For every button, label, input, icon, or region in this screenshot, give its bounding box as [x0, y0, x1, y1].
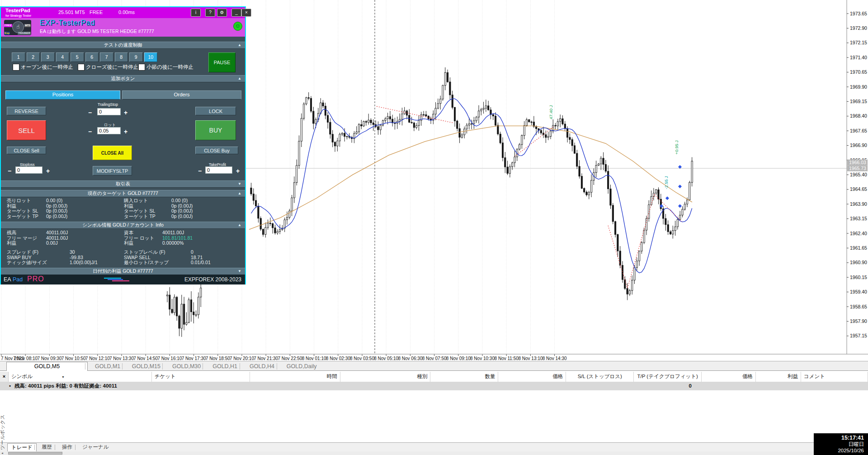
lot-input[interactable] [97, 127, 121, 134]
collapse-down-icon[interactable]: ▼ [238, 268, 241, 274]
column-header[interactable]: 時間 [250, 372, 340, 382]
stoploss-input[interactable] [15, 166, 42, 174]
status-bullet: • [9, 382, 11, 390]
help-icon[interactable]: ? [205, 9, 215, 17]
svg-text:1965.73: 1965.73 [849, 166, 866, 171]
close-buy-button[interactable]: CLOSE Buy [195, 147, 238, 154]
svg-text:1959.40: 1959.40 [850, 289, 867, 294]
speed-button-3[interactable]: 3 [41, 52, 55, 62]
svg-text:1957.15: 1957.15 [850, 333, 867, 338]
svg-text:1969.15: 1969.15 [850, 99, 867, 104]
bottom-tab-2[interactable]: 操作 [58, 443, 76, 451]
toolbox-close-icon[interactable]: × [0, 372, 9, 382]
clock-day: 日曜日 [814, 441, 864, 448]
reverse-button[interactable]: REVERSE [7, 107, 46, 115]
section-trades-table[interactable]: 取引表▼ [1, 180, 245, 188]
close-icon[interactable]: × [241, 9, 251, 17]
section-speed-control[interactable]: テストの速度制御▲ [1, 42, 245, 49]
checkbox-icon[interactable] [78, 64, 85, 71]
stoploss-minus[interactable]: − [8, 168, 11, 174]
checkbox-icon[interactable] [138, 64, 145, 71]
column-header[interactable]: 利益 [756, 372, 801, 382]
trailingstop-minus[interactable]: − [88, 109, 92, 116]
buy-button[interactable]: BUY [195, 120, 236, 140]
chart-tab-goldm5[interactable]: GOLD,M5 [6, 362, 88, 371]
section-extra-buttons[interactable]: 追加ボタン▲ [1, 75, 245, 82]
dropdown-icon[interactable]: ▼ [61, 375, 65, 379]
stoploss-plus[interactable]: + [46, 168, 50, 174]
trailingstop-input[interactable] [97, 108, 121, 115]
minimize-icon[interactable]: _ [231, 9, 241, 17]
svg-text:7 Nov 22:50: 7 Nov 22:50 [278, 356, 302, 361]
chart-tab-goldm30[interactable]: GOLD,M30 [168, 362, 205, 371]
bottom-tab-3[interactable]: ジャーナル [79, 443, 113, 451]
chart-tab-goldh1[interactable]: GOLD,H1 [208, 362, 242, 371]
sell-button[interactable]: SELL [7, 120, 46, 140]
svg-text:1970.65: 1970.65 [850, 69, 867, 75]
tab-positions[interactable]: Positions [5, 90, 120, 100]
panel-titlebar[interactable]: TesterPad for Strategy Tester 25.501 MT5… [1, 7, 245, 18]
speed-button-9[interactable]: 9 [129, 52, 143, 62]
chart-tab-goldh4[interactable]: GOLD,H4 [245, 362, 279, 371]
collapse-down-icon[interactable]: ▼ [238, 181, 241, 187]
section-current-target[interactable]: 現在のターゲット GOLD #77777▲ [1, 190, 245, 197]
trailingstop-plus[interactable]: + [124, 109, 127, 116]
speed-button-4[interactable]: 4 [56, 52, 70, 62]
svg-text:7 Nov 08:10: 7 Nov 08:10 [13, 356, 38, 361]
scrollbar-thumb[interactable] [8, 452, 62, 455]
collapse-up-icon[interactable]: ▲ [238, 42, 241, 48]
takeprofit-input[interactable] [205, 166, 232, 174]
column-header[interactable]: 価格 [702, 372, 756, 382]
column-header[interactable]: コメント [801, 372, 868, 382]
speed-button-10[interactable]: 10 [144, 52, 158, 62]
section-symbol-info[interactable]: シンボル情報 GOLD / アカウント Info▲ [1, 222, 245, 229]
takeprofit-plus[interactable]: + [236, 168, 240, 174]
bottom-tab-0[interactable]: トレード [7, 443, 37, 452]
section-daily-profit[interactable]: 日付別の利益 GOLD #77777▼ [1, 268, 245, 275]
collapse-up-icon[interactable]: ▲ [238, 222, 241, 228]
speed-button-7[interactable]: 7 [100, 52, 113, 62]
target-row: 売りロット0.00 (0)購入ロット0.00 (0) [1, 198, 245, 203]
close-sell-button[interactable]: CLOSE Sell [7, 147, 46, 154]
speed-button-2[interactable]: 2 [27, 52, 40, 62]
chart-tab-goldm15[interactable]: GOLD,M15 [127, 362, 165, 371]
close-all-button[interactable]: CLOSE All [93, 146, 132, 160]
speed-button-1[interactable]: 1 [12, 52, 25, 62]
column-header[interactable]: 数量 [430, 372, 498, 382]
chart-tab-goldm1[interactable]: GOLD,M1 [90, 362, 125, 371]
column-header[interactable]: 種別 [340, 372, 431, 382]
svg-text:7 Nov 14:50: 7 Nov 14:50 [133, 356, 158, 361]
mt5-window: 7 Nov 20237 Nov 08:107 Nov 09:307 Nov 10… [0, 0, 868, 455]
column-header[interactable]: チケット [152, 372, 250, 382]
collapse-up-icon[interactable]: ▲ [238, 190, 241, 196]
takeprofit-minus[interactable]: − [198, 168, 202, 174]
svg-text:+0.95 J: +0.95 J [674, 140, 679, 155]
tab-separator [162, 363, 163, 370]
tab-separator [277, 363, 277, 370]
speed-button-8[interactable]: 8 [115, 52, 128, 62]
collapse-up-icon[interactable]: ▲ [238, 76, 241, 81]
checkbox-icon[interactable] [13, 64, 19, 71]
tools-icon[interactable]: ⚙ [217, 9, 227, 17]
ea-title: EXP-TesterPad [40, 19, 95, 27]
lot-minus[interactable]: − [88, 128, 92, 135]
bottom-tab-1[interactable]: 履歴 [38, 443, 56, 451]
column-header[interactable]: シンボル ▼ [9, 372, 152, 382]
column-header[interactable]: T/P (テイクプロフィット) [634, 372, 702, 382]
speed-button-5[interactable]: 5 [71, 52, 84, 62]
lot-plus[interactable]: + [124, 128, 127, 135]
tab-orders[interactable]: Orders [122, 90, 241, 100]
info-icon[interactable]: i [191, 9, 201, 17]
svg-text:7 Nov 21:30: 7 Nov 21:30 [254, 356, 278, 361]
column-header-label: 種別 [417, 374, 427, 379]
column-header[interactable]: S/L (ストップロス) [566, 372, 634, 382]
svg-text:1968.40: 1968.40 [850, 113, 867, 118]
lock-button[interactable]: LOCK [195, 107, 236, 115]
chart-tab-golddaily[interactable]: GOLD,Daily [282, 362, 321, 371]
scroll-left-icon[interactable]: ◄ [1, 451, 4, 455]
column-header[interactable]: 価格 [498, 372, 566, 382]
horizontal-scrollbar[interactable]: ◄ [0, 451, 868, 455]
speed-button-6[interactable]: 6 [85, 52, 99, 62]
pause-button[interactable]: PAUSE [208, 52, 236, 72]
modify-sltp-button[interactable]: MODIFYSLTP [93, 166, 132, 175]
